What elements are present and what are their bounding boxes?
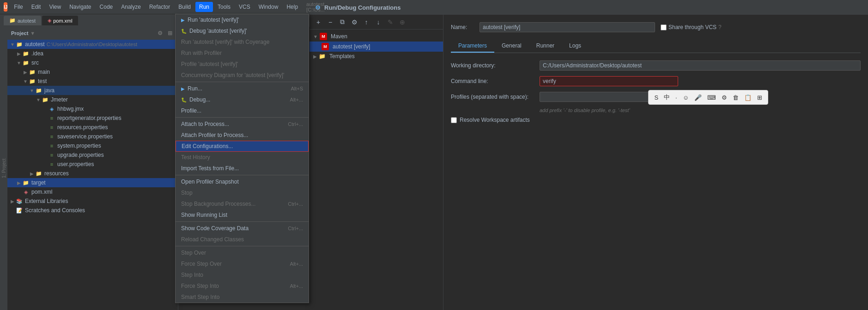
tree-item-system[interactable]: ≡ system.properties (7, 141, 178, 150)
menu-vcs[interactable]: VCS (235, 2, 254, 12)
menu-edit[interactable]: Edit (28, 2, 45, 12)
menu-item-force-step-over: Force Step Over Alt+... (176, 258, 309, 269)
project-info: autotest [C:\Us... (306, 1, 325, 12)
tree-item-label: src (31, 60, 39, 66)
tree-item-label: External Libraries (25, 198, 68, 204)
tree-item-test[interactable]: ▼ 📁 test (7, 77, 178, 86)
share-through-vcs-checkbox-row: Share through VCS ? (661, 24, 722, 30)
tree-item-saveservice[interactable]: ≡ saveservice.properties (7, 132, 178, 141)
menu-item-run[interactable]: ▶ Run... Alt+S (176, 83, 309, 94)
run-icon: ▶ (181, 86, 185, 91)
tree-item-external-libs[interactable]: ▶ 📚 External Libraries (7, 197, 178, 206)
tab-parameters[interactable]: Parameters (451, 40, 494, 53)
tree-item-upgrade[interactable]: ≡ upgrade.properties (7, 150, 178, 160)
tree-item-idea[interactable]: ▶ 📁 .idea (7, 49, 178, 58)
ime-keyboard-button[interactable]: ⌨ (705, 93, 718, 102)
config-name-input[interactable] (480, 22, 655, 32)
expand-arrow: ▼ (29, 88, 35, 93)
menu-file[interactable]: File (10, 2, 26, 12)
menu-analyze[interactable]: Analyze (117, 2, 145, 12)
arrow-up-button[interactable]: ↑ (361, 17, 371, 27)
menu-item-debug[interactable]: 🐛 Debug... Alt+... (176, 94, 309, 105)
ime-clipboard-button[interactable]: 📋 (742, 93, 753, 102)
menu-label: Step Into (181, 272, 303, 278)
layout-icon[interactable]: ⊞ (166, 29, 174, 37)
menu-label: Debug 'autotest [verify]' (189, 28, 303, 34)
config-main-area: Name: Share through VCS ? Parameters Gen… (443, 15, 868, 310)
tab-general[interactable]: General (494, 40, 529, 53)
menu-item-debug-autotest[interactable]: 🐛 Debug 'autotest [verify]' (176, 27, 309, 36)
tree-item-jmeter[interactable]: ▼ 📁 Jmeter (7, 95, 178, 104)
config-group-maven[interactable]: ▼ M Maven (310, 31, 443, 42)
tab-runner[interactable]: Runner (529, 40, 562, 53)
menu-item-import-tests[interactable]: Import Tests from File... (176, 163, 309, 174)
menu-item-concurrency: Concurrency Diagram for 'autotest [verif… (176, 70, 309, 81)
settings-config-button[interactable]: ⚙ (349, 17, 359, 27)
ime-zh-button[interactable]: 中 (662, 92, 672, 102)
working-directory-row: Working directory: C:/Users/Administrato… (451, 60, 861, 71)
menu-help[interactable]: Help (283, 2, 302, 12)
menu-refactor[interactable]: Refactor (146, 2, 174, 12)
menu-label: Open Profiler Snapshot (181, 179, 303, 185)
settings-icon[interactable]: ⚙ (156, 29, 164, 37)
tree-item-resources-prop[interactable]: ≡ resources.properties (7, 123, 178, 132)
menu-tools[interactable]: Tools (214, 2, 234, 12)
ime-s-button[interactable]: S (652, 93, 660, 102)
tree-item-scratches[interactable]: 📝 Scratches and Consoles (7, 206, 178, 215)
ime-toolbar: S 中 · ☺ 🎤 ⌨ ⚙ 🗑 📋 ⊞ (648, 90, 768, 105)
menu-item-profile[interactable]: Profile... (176, 105, 309, 116)
ime-settings-button[interactable]: ⚙ (720, 93, 729, 102)
tree-item-resources-folder[interactable]: ▶ 📁 resources (7, 169, 178, 178)
tree-item-label: pom.xml (31, 189, 52, 195)
ime-grid-button[interactable]: ⊞ (755, 93, 764, 102)
tree-item-hhbwg[interactable]: ◈ hhbwg.jmx (7, 104, 178, 113)
menu-navigate[interactable]: Navigate (66, 2, 95, 12)
tab-pom-xml[interactable]: ◈ pom.xml (42, 16, 78, 25)
menu-item-open-profiler[interactable]: Open Profiler Snapshot (176, 176, 309, 187)
tree-item-main[interactable]: ▶ 📁 main (7, 67, 178, 77)
ime-delete-button[interactable]: 🗑 (731, 93, 741, 102)
ide-main-content: 1: Project Project ▼ ⚙ ⊞ ▼ 📁 autotest C:… (0, 27, 310, 310)
menu-window[interactable]: Window (255, 2, 282, 12)
tree-item-autotest[interactable]: ▼ 📁 autotest C:\Users\Administrator\Desk… (7, 40, 178, 49)
menu-view[interactable]: View (45, 2, 65, 12)
config-item-autotest-verify[interactable]: M autotest [verify] (310, 42, 443, 52)
menu-item-edit-configurations[interactable]: Edit Configurations... (176, 141, 309, 152)
project-panel-label[interactable]: 1: Project (0, 27, 7, 310)
config-group-templates[interactable]: ▶ 📁 Templates (310, 52, 443, 61)
jmx-icon: ◈ (48, 105, 55, 113)
tab-autotest[interactable]: 📁 autotest (4, 16, 41, 25)
tree-item-user[interactable]: ≡ user.properties (7, 160, 178, 169)
tab-pom-label: pom.xml (53, 18, 73, 24)
menu-label: Force Step Into (181, 283, 287, 289)
menu-item-attach-profiler[interactable]: Attach Profiler to Process... (176, 130, 309, 141)
menu-item-stop: Stop (176, 187, 309, 198)
remove-config-button[interactable]: − (325, 17, 335, 27)
folder-icon: 📁 (35, 170, 42, 177)
ime-dot-button[interactable]: · (674, 93, 679, 102)
tree-item-reportgenerator[interactable]: ≡ reportgenerator.properties (7, 113, 178, 123)
menu-run[interactable]: Run (195, 2, 213, 12)
tree-item-src[interactable]: ▼ 📁 src (7, 58, 178, 67)
menu-code[interactable]: Code (96, 2, 117, 12)
command-line-input[interactable] (540, 76, 678, 86)
config-title-bar: ⚙ Run/Debug Configurations (310, 0, 868, 15)
resolve-workspace-checkbox[interactable] (451, 117, 457, 123)
ime-face-button[interactable]: ☺ (681, 93, 691, 102)
ime-mic-button[interactable]: 🎤 (692, 93, 704, 102)
tree-item-pomxml[interactable]: ◈ pom.xml (7, 187, 178, 197)
copy-config-button[interactable]: ⧉ (337, 17, 347, 27)
menu-item-attach-process[interactable]: Attach to Process... Ctrl+... (176, 119, 309, 130)
maven-icon: M (320, 33, 327, 40)
menu-build[interactable]: Build (175, 2, 194, 12)
arrow-down-button[interactable]: ↓ (373, 17, 383, 27)
debug-icon: 🐛 (181, 97, 187, 102)
add-config-button[interactable]: + (313, 17, 323, 27)
menu-item-coverage-data[interactable]: Show Code Coverage Data Ctrl+... (176, 223, 309, 234)
menu-item-show-running[interactable]: Show Running List (176, 209, 309, 221)
share-through-vcs-checkbox[interactable] (661, 24, 667, 30)
tree-item-target[interactable]: ▶ 📁 target (7, 178, 178, 187)
tab-logs[interactable]: Logs (562, 40, 589, 53)
tree-item-label: target (31, 179, 46, 186)
tree-item-java[interactable]: ▼ 📁 java (7, 86, 178, 95)
